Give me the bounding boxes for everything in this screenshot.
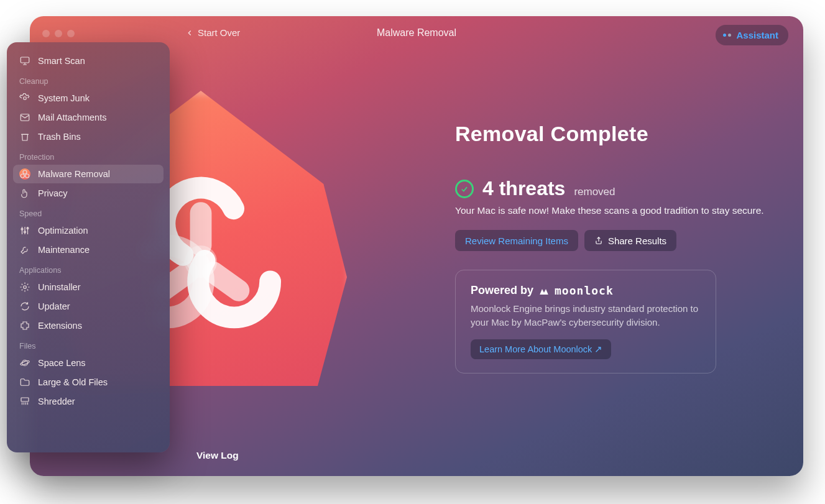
sidebar-item-updater[interactable]: Updater xyxy=(13,297,164,316)
sidebar-item-maintenance[interactable]: Maintenance xyxy=(13,241,164,259)
threats-summary: 4 threats removed xyxy=(455,177,773,200)
moonlock-card: Powered by moonlock Moonlock Engine brin… xyxy=(455,270,716,373)
sidebar-item-label: Large & Old Files xyxy=(38,377,108,387)
monitor-icon xyxy=(19,55,30,66)
chevron-left-icon xyxy=(185,29,194,37)
svg-rect-16 xyxy=(21,398,29,401)
result-content: Removal Complete 4 threats removed Your … xyxy=(455,122,773,373)
sidebar-item-label: Malware Removal xyxy=(38,169,110,179)
sidebar-item-label: Mail Attachments xyxy=(38,112,106,122)
sidebar-item-label: Shredder xyxy=(38,396,75,406)
sidebar-section-cleanup: Cleanup xyxy=(13,71,164,88)
sidebar-item-label: Maintenance xyxy=(38,245,90,255)
result-heading: Removal Complete xyxy=(455,122,773,146)
sidebar-item-system-junk[interactable]: System Junk xyxy=(13,89,164,108)
sidebar-item-trash-bins[interactable]: Trash Bins xyxy=(13,127,164,146)
sidebar-item-label: Privacy xyxy=(38,188,68,198)
svg-rect-4 xyxy=(21,57,29,63)
safe-message: Your Mac is safe now! Make these scans a… xyxy=(455,205,773,216)
sidebar-section-files: Files xyxy=(13,336,164,353)
trash-icon xyxy=(19,131,30,142)
sidebar-item-label: Space Lens xyxy=(38,358,86,368)
hand-icon xyxy=(19,188,30,199)
folder-icon xyxy=(19,377,30,388)
sidebar-item-optimization[interactable]: Optimization xyxy=(13,221,164,240)
sidebar-item-shredder[interactable]: Shredder xyxy=(13,392,164,411)
sidebar-item-label: Smart Scan xyxy=(38,56,85,66)
sidebar-item-large-old-files[interactable]: Large & Old Files xyxy=(13,373,164,392)
svg-point-7 xyxy=(23,170,27,174)
puzzle-icon xyxy=(19,320,30,331)
page-title: Malware Removal xyxy=(377,27,456,39)
start-over-button[interactable]: Start Over xyxy=(185,27,240,38)
sidebar-item-label: Trash Bins xyxy=(38,132,81,142)
svg-point-9 xyxy=(25,174,29,178)
sidebar-item-extensions[interactable]: Extensions xyxy=(13,316,164,335)
shredder-icon xyxy=(19,396,30,407)
svg-point-5 xyxy=(24,97,27,100)
sidebar-item-label: Updater xyxy=(38,301,70,311)
review-remaining-label: Review Remaining Items xyxy=(465,236,568,246)
svg-point-13 xyxy=(24,286,27,289)
sidebar-item-space-lens[interactable]: Space Lens xyxy=(13,354,164,372)
assistant-label: Assistant xyxy=(736,30,778,40)
uninstall-icon xyxy=(19,282,30,293)
wrench-icon xyxy=(19,244,30,255)
view-log-button[interactable]: View Log xyxy=(196,450,239,461)
gear-icon xyxy=(19,93,30,104)
sidebar-section-speed: Speed xyxy=(13,203,164,221)
assistant-button[interactable]: Assistant xyxy=(716,25,788,45)
sidebar-item-malware-removal[interactable]: Malware Removal xyxy=(13,165,164,183)
learn-more-moonlock-button[interactable]: Learn More About Moonlock ↗ xyxy=(471,339,611,359)
sidebar-item-label: System Junk xyxy=(38,93,90,103)
review-remaining-button[interactable]: Review Remaining Items xyxy=(455,230,578,251)
threat-count: 4 threats xyxy=(482,177,565,200)
sidebar-item-smart-scan[interactable]: Smart Scan xyxy=(13,52,164,70)
sliders-icon xyxy=(19,225,30,236)
mail-icon xyxy=(19,112,30,123)
success-check-icon xyxy=(455,180,474,198)
sidebar-item-uninstaller[interactable]: Uninstaller xyxy=(13,278,164,296)
sidebar-section-protection: Protection xyxy=(13,147,164,164)
planet-icon xyxy=(19,357,30,369)
threat-suffix: removed xyxy=(574,186,615,198)
refresh-icon xyxy=(19,301,30,312)
sidebar-item-mail-attachments[interactable]: Mail Attachments xyxy=(13,108,164,127)
sidebar-item-privacy[interactable]: Privacy xyxy=(13,184,164,203)
moonlock-heading: Powered by moonlock xyxy=(471,284,701,297)
svg-point-8 xyxy=(21,174,24,178)
sidebar-item-label: Uninstaller xyxy=(38,282,81,292)
share-results-button[interactable]: Share Results xyxy=(584,230,676,251)
start-over-label: Start Over xyxy=(198,27,240,38)
learn-more-label: Learn More About Moonlock ↗ xyxy=(479,344,602,354)
share-icon xyxy=(594,236,603,245)
svg-rect-6 xyxy=(21,114,29,121)
moonlock-brand: moonlock xyxy=(555,284,614,297)
share-results-label: Share Results xyxy=(608,236,666,246)
sidebar-item-label: Extensions xyxy=(38,321,82,331)
svg-point-15 xyxy=(20,360,30,365)
assistant-indicator-icon xyxy=(723,34,731,37)
moonlock-logo-icon xyxy=(538,285,550,296)
moonlock-description: Moonlock Engine brings industry standard… xyxy=(471,302,701,329)
sidebar-section-applications: Applications xyxy=(13,260,164,277)
sidebar: Smart Scan Cleanup System Junk Mail Atta… xyxy=(7,42,170,452)
biohazard-small-icon xyxy=(19,168,30,180)
action-buttons: Review Remaining Items Share Results xyxy=(455,230,773,251)
powered-by-label: Powered by xyxy=(471,284,533,297)
sidebar-item-label: Optimization xyxy=(38,226,88,236)
